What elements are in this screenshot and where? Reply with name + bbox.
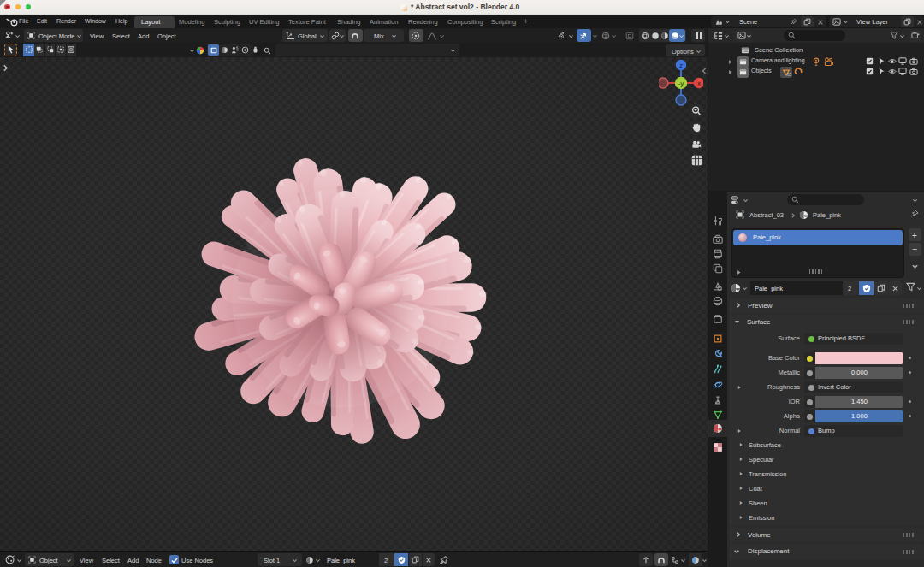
svg-text:x: x [697,80,701,87]
svg-text:-y: -y [678,80,684,87]
svg-text:z: z [679,62,683,69]
